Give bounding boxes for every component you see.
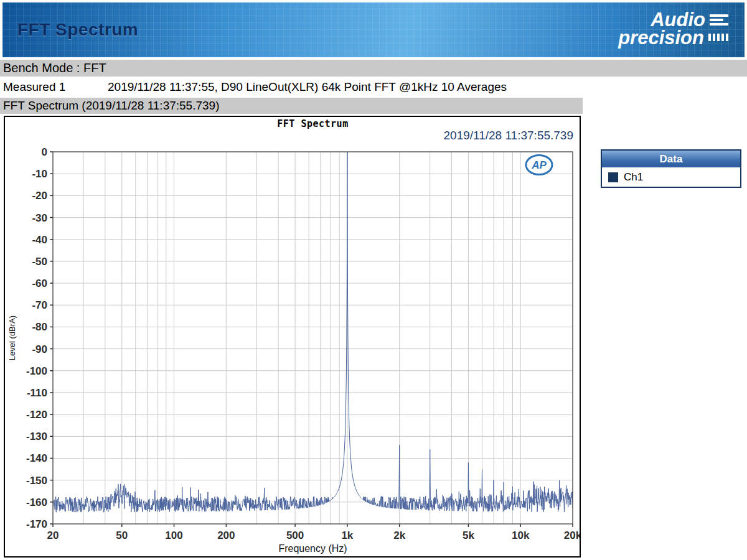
- measured-text: 2019/11/28 11:37:55, D90 LineOut(XLR) 64…: [108, 80, 507, 94]
- ap-logo-text: AP: [531, 159, 547, 171]
- svg-text:-100: -100: [26, 365, 47, 377]
- svg-text:Level (dBrA): Level (dBrA): [7, 315, 17, 360]
- page-title: FFT Spectrum: [17, 20, 138, 40]
- svg-text:0: 0: [42, 146, 47, 158]
- svg-text:-30: -30: [32, 212, 47, 224]
- measured-label: Measured 1: [3, 80, 108, 94]
- svg-text:-50: -50: [32, 256, 47, 268]
- svg-text:10k: 10k: [512, 530, 530, 541]
- logo-bars-icon: [710, 14, 728, 26]
- svg-text:-150: -150: [26, 475, 47, 487]
- svg-text:1k: 1k: [341, 530, 353, 541]
- logo-ticks-icon: [708, 34, 728, 41]
- chart-container: FFT Spectrum 2019/11/28 11:37:55.739 0-1…: [4, 116, 581, 558]
- audio-precision-logo: Audio precision: [618, 10, 728, 47]
- svg-text:-110: -110: [27, 387, 47, 399]
- svg-text:-120: -120: [26, 409, 47, 421]
- svg-text:50: 50: [116, 530, 128, 541]
- svg-text:-60: -60: [32, 278, 47, 289]
- legend-row-ch1: Ch1: [602, 167, 740, 187]
- svg-text:-80: -80: [32, 321, 47, 333]
- logo-text-precision: precision: [618, 28, 704, 48]
- svg-text:20k: 20k: [564, 530, 580, 541]
- svg-text:-40: -40: [32, 234, 47, 246]
- svg-text:100: 100: [165, 530, 182, 541]
- bench-mode-bar: Bench Mode : FFT: [0, 60, 747, 77]
- svg-text:-130: -130: [26, 431, 47, 442]
- ap-badge-icon: AP: [524, 153, 554, 177]
- section-title-bar: FFT Spectrum (2019/11/28 11:37:55.739): [0, 98, 583, 114]
- logo-line-precision: precision: [618, 28, 728, 48]
- svg-text:20: 20: [47, 530, 59, 541]
- svg-text:-90: -90: [32, 343, 47, 355]
- svg-text:-140: -140: [26, 452, 47, 464]
- legend-label: Ch1: [624, 171, 643, 184]
- svg-text:-160: -160: [26, 497, 47, 508]
- svg-text:-170: -170: [26, 518, 47, 530]
- measured-row: Measured 1 2019/11/28 11:37:55, D90 Line…: [3, 79, 507, 95]
- legend-box: Data Ch1: [601, 149, 741, 188]
- svg-text:500: 500: [286, 530, 304, 541]
- chart-title: FFT Spectrum: [53, 118, 573, 129]
- svg-text:2k: 2k: [393, 530, 405, 541]
- svg-text:5k: 5k: [463, 530, 474, 541]
- fft-plot: 0-10-20-30-40-50-60-70-80-90-100-110-120…: [5, 143, 580, 556]
- svg-text:-10: -10: [32, 168, 47, 180]
- svg-text:-20: -20: [32, 190, 47, 202]
- svg-text:200: 200: [217, 530, 235, 541]
- chart-timestamp: 2019/11/28 11:37:55.739: [444, 129, 574, 142]
- legend-swatch: [608, 172, 618, 182]
- header-banner: FFT Spectrum Audio precision: [2, 2, 745, 57]
- ap-logo-badge: AP: [524, 153, 554, 177]
- svg-text:Frequency (Hz): Frequency (Hz): [278, 543, 347, 554]
- legend-header: Data: [602, 151, 740, 167]
- svg-text:-70: -70: [32, 299, 47, 311]
